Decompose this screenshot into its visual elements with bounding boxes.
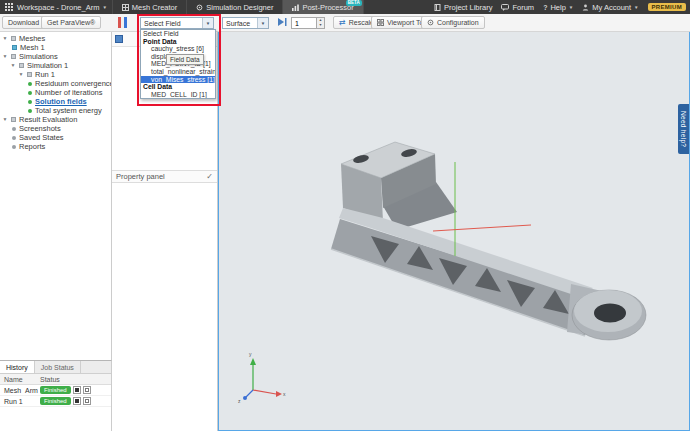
tooltip: Field Data	[166, 54, 204, 65]
tree-item-mesh-1[interactable]: Mesh 1	[0, 43, 111, 52]
tree-item-screenshots[interactable]: Screenshots	[0, 124, 111, 133]
tree-item-total-system-energy[interactable]: Total system energy	[0, 106, 111, 115]
configuration-button[interactable]: Configuration	[421, 16, 485, 29]
property-panel-header: Property panel ✓	[112, 170, 217, 183]
tree-item-label: Residuum convergence plot	[35, 79, 112, 88]
property-panel-title: Property panel	[116, 172, 165, 181]
my-account-menu[interactable]: My Account ▼	[582, 3, 638, 12]
render-viewport[interactable]: y x z Need help?	[218, 31, 690, 431]
field-select-value: Select Field	[144, 20, 181, 27]
job-action-button[interactable]	[73, 397, 81, 405]
result-icon	[28, 100, 32, 104]
tree-item-meshes[interactable]: ▼Meshes	[0, 34, 111, 43]
status-badge: Finished	[40, 386, 71, 394]
table-row[interactable]: Mesh_Arm Finished	[0, 385, 111, 396]
expander-icon[interactable]: ▼	[2, 34, 8, 43]
tree-item-saved-states[interactable]: Saved States	[0, 133, 111, 142]
app-tabs: Mesh Creator Simulation Designer Post-Pr…	[112, 0, 364, 14]
forum-link[interactable]: Forum	[501, 3, 534, 12]
tab-history[interactable]: History	[0, 361, 35, 373]
orientation-axes: y x z	[238, 351, 286, 404]
help-menu[interactable]: ? Help ▼	[543, 3, 573, 12]
expander-icon[interactable]: ▼	[10, 61, 16, 70]
app-window: Workspace - Drone_Arm ▼ Mesh Creator Sim…	[0, 0, 690, 431]
detail-icon	[85, 388, 89, 392]
tab-mesh-creator[interactable]: Mesh Creator	[112, 0, 186, 14]
question-icon: ?	[543, 4, 547, 11]
frame-number-input[interactable]	[291, 17, 317, 29]
representation-value: Surface	[226, 20, 250, 27]
expander-icon[interactable]: ▼	[2, 52, 8, 61]
chevron-down-icon: ▼	[202, 18, 213, 28]
representation-combo[interactable]: Surface ▼	[222, 17, 269, 29]
need-help-tab[interactable]: Need help?	[678, 104, 689, 154]
expander-icon[interactable]: ▼	[18, 70, 24, 79]
tab-label: History	[6, 364, 28, 371]
need-help-label: Need help?	[680, 111, 687, 147]
tree-item-label: Reports	[19, 142, 45, 151]
drone-arm-model: y x z	[219, 32, 689, 430]
tree-item-label: Result Evaluation	[19, 115, 77, 124]
simulation-icon	[19, 63, 24, 68]
chevron-down-icon: ▼	[257, 18, 268, 28]
get-paraview-label: Get ParaView®	[47, 19, 95, 26]
svg-text:y: y	[249, 351, 252, 357]
step-down-icon[interactable]: ▼	[317, 23, 324, 28]
color-legend-icon[interactable]	[117, 17, 128, 28]
gear-icon	[196, 4, 203, 11]
apps-grid-icon[interactable]	[5, 3, 13, 11]
tree-item-solution-fields[interactable]: Solution fields	[0, 97, 111, 106]
tree-item-label: Screenshots	[19, 124, 61, 133]
dropdown-group-point-data: Point Data	[141, 38, 215, 46]
get-paraview-button[interactable]: Get ParaView®	[41, 16, 101, 29]
chevron-down-icon: ▼	[102, 5, 106, 10]
folder-icon	[11, 36, 16, 41]
download-label: Download	[8, 19, 39, 26]
svg-text:x: x	[283, 391, 286, 397]
job-detail-button[interactable]	[83, 386, 91, 394]
tab-post-processor[interactable]: Post-Processor BETA	[282, 0, 363, 14]
dataset-icon[interactable]	[115, 35, 123, 43]
tree-item-reports[interactable]: Reports	[0, 142, 111, 151]
tab-job-status[interactable]: Job Status	[35, 361, 81, 373]
frame-stepper[interactable]: ▲▼	[317, 17, 325, 29]
tree-item-residuum-convergence-plot[interactable]: Residuum convergence plot	[0, 79, 111, 88]
x-axis-line	[433, 225, 531, 231]
table-row[interactable]: Run 1 Finished	[0, 396, 111, 407]
tree-item-label: Solution fields	[35, 97, 87, 106]
status-badge: Finished	[40, 397, 71, 405]
dropdown-option[interactable]: total_nonlinear_strain [6]	[141, 68, 215, 76]
my-account-label: My Account	[592, 3, 631, 12]
top-bar: Workspace - Drone_Arm ▼ Mesh Creator Sim…	[0, 0, 690, 14]
tree-item-label: Saved States	[19, 133, 64, 142]
detail-icon	[85, 399, 89, 403]
tree-item-label: Number of iterations	[35, 88, 103, 97]
chevron-down-icon: ▼	[634, 5, 638, 10]
project-library-link[interactable]: Project Library	[434, 3, 492, 12]
tab-simulation-designer[interactable]: Simulation Designer	[186, 0, 282, 14]
expander-icon[interactable]: ▼	[2, 115, 8, 124]
apply-check-icon[interactable]: ✓	[206, 172, 213, 181]
dropdown-option[interactable]: Select Field	[141, 30, 215, 38]
result-icon	[28, 82, 32, 86]
library-icon	[434, 4, 441, 11]
play-icon[interactable]	[277, 17, 287, 27]
field-select-combo[interactable]: Select Field ▼	[140, 17, 214, 29]
job-name: Mesh_Arm	[0, 387, 40, 394]
job-action-button[interactable]	[73, 386, 81, 394]
svg-text:z: z	[238, 398, 241, 404]
folder-icon	[11, 54, 16, 59]
tree-item-result-evaluation[interactable]: ▼Result Evaluation	[0, 115, 111, 124]
tree-item-number-of-iterations[interactable]: Number of iterations	[0, 88, 111, 97]
job-name: Run 1	[0, 398, 40, 405]
dropdown-option[interactable]: cauchy_stress [6]	[141, 45, 215, 53]
tree-item-run-1[interactable]: ▼Run 1	[0, 70, 111, 79]
tree-item-simulation-1[interactable]: ▼Simulation 1	[0, 61, 111, 70]
job-detail-button[interactable]	[83, 397, 91, 405]
workspace-label: Workspace - Drone_Arm	[17, 3, 99, 12]
dropdown-option-selected[interactable]: von_Mises_stress [1]	[141, 76, 215, 84]
tree-item-simulations[interactable]: ▼Simulations	[0, 52, 111, 61]
workspace-selector[interactable]: Workspace - Drone_Arm ▼	[17, 3, 107, 12]
tree-item-label: Simulation 1	[27, 61, 68, 70]
dropdown-option[interactable]: MED_CELL_ID [1]	[141, 91, 215, 99]
